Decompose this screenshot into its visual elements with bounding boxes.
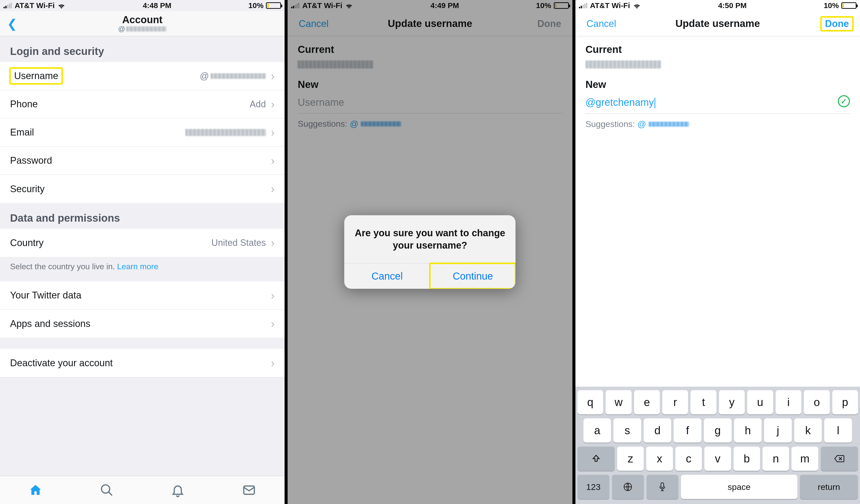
section-header-data: Data and permissions bbox=[0, 203, 285, 229]
row-security[interactable]: Security › bbox=[0, 175, 285, 203]
key-row-1: qwertyuiop bbox=[577, 390, 858, 414]
key-c[interactable]: c bbox=[675, 447, 702, 471]
space-key[interactable]: space bbox=[681, 475, 797, 499]
row-email-value bbox=[185, 129, 266, 136]
cancel-button[interactable]: Cancel bbox=[583, 17, 620, 31]
chevron-right-icon: › bbox=[271, 357, 275, 369]
svg-rect-15 bbox=[583, 5, 584, 8]
row-password[interactable]: Password › bbox=[0, 147, 285, 175]
page-subtitle: @ bbox=[118, 25, 167, 33]
svg-rect-13 bbox=[579, 7, 580, 8]
key-y[interactable]: y bbox=[719, 390, 745, 414]
backspace-key[interactable] bbox=[821, 447, 858, 471]
chevron-right-icon: › bbox=[271, 289, 275, 302]
carrier-label: AT&T Wi-Fi bbox=[590, 1, 630, 10]
row-twitter-data[interactable]: Your Twitter data › bbox=[0, 281, 285, 309]
key-i[interactable]: i bbox=[776, 390, 801, 414]
row-country[interactable]: Country United States › bbox=[0, 229, 285, 257]
globe-key[interactable] bbox=[612, 475, 644, 499]
login-list: Username @ › Phone Add › Email › Passwor… bbox=[0, 62, 285, 203]
svg-rect-3 bbox=[9, 4, 10, 8]
clock: 4:50 PM bbox=[718, 1, 747, 10]
data-list-3: Deactivate your account › bbox=[0, 349, 285, 377]
chevron-right-icon: › bbox=[271, 154, 275, 167]
key-p[interactable]: p bbox=[832, 390, 858, 414]
tabbar bbox=[0, 476, 285, 504]
back-icon[interactable]: ❮ bbox=[7, 17, 17, 31]
return-key[interactable]: return bbox=[800, 475, 858, 499]
key-u[interactable]: u bbox=[747, 390, 773, 414]
chevron-right-icon: › bbox=[271, 317, 275, 330]
key-n[interactable]: n bbox=[762, 447, 789, 471]
key-b[interactable]: b bbox=[734, 447, 760, 471]
shift-key[interactable] bbox=[577, 447, 615, 471]
svg-rect-1 bbox=[5, 6, 6, 8]
row-phone[interactable]: Phone Add › bbox=[0, 90, 285, 118]
tab-home-icon[interactable] bbox=[28, 483, 43, 497]
key-g[interactable]: g bbox=[704, 418, 732, 443]
checkmark-icon: ✓ bbox=[838, 95, 850, 107]
key-row-4: 123 space return bbox=[577, 475, 858, 499]
battery-icon bbox=[266, 2, 281, 9]
tab-notifications-icon[interactable] bbox=[171, 483, 185, 497]
key-a[interactable]: a bbox=[584, 418, 611, 443]
signal-icon bbox=[579, 3, 588, 8]
page-title: Account bbox=[118, 14, 167, 26]
svg-rect-0 bbox=[3, 7, 5, 8]
row-apps-sessions[interactable]: Apps and sessions › bbox=[0, 309, 285, 338]
key-r[interactable]: r bbox=[662, 390, 688, 414]
tab-search-icon[interactable] bbox=[100, 483, 114, 497]
key-e[interactable]: e bbox=[634, 390, 660, 414]
tab-messages-icon[interactable] bbox=[242, 483, 256, 497]
username-input[interactable]: @gretchenamy bbox=[586, 94, 850, 114]
text-cursor bbox=[655, 98, 655, 108]
row-username[interactable]: Username @ › bbox=[0, 62, 285, 90]
confirm-alert: Are you sure you want to change your use… bbox=[344, 215, 516, 289]
row-email[interactable]: Email › bbox=[0, 118, 285, 147]
statusbar: AT&T Wi-Fi 4:50 PM 10% bbox=[575, 0, 860, 11]
navbar: ❮ Account @ bbox=[0, 11, 285, 36]
data-list: Country United States › bbox=[0, 229, 285, 257]
key-z[interactable]: z bbox=[617, 447, 644, 471]
statusbar: AT&T Wi-Fi 4:48 PM 10% bbox=[0, 0, 285, 11]
svg-line-6 bbox=[109, 492, 112, 495]
alert-continue-button[interactable]: Continue bbox=[430, 263, 516, 289]
svg-rect-2 bbox=[7, 5, 8, 8]
new-label: New bbox=[575, 71, 860, 94]
current-value bbox=[575, 59, 860, 71]
key-x[interactable]: x bbox=[646, 447, 673, 471]
wifi-icon bbox=[57, 2, 66, 9]
mic-key[interactable] bbox=[646, 475, 678, 499]
chevron-right-icon: › bbox=[271, 236, 275, 249]
key-w[interactable]: w bbox=[606, 390, 631, 414]
learn-more-link[interactable]: Learn more bbox=[117, 262, 158, 271]
key-l[interactable]: l bbox=[824, 418, 852, 443]
key-k[interactable]: k bbox=[794, 418, 822, 443]
key-t[interactable]: t bbox=[690, 390, 716, 414]
form: Current New @gretchenamy ✓ Suggestions: … bbox=[575, 36, 860, 504]
key-m[interactable]: m bbox=[791, 447, 818, 471]
row-deactivate[interactable]: Deactivate your account › bbox=[0, 349, 285, 377]
numbers-key[interactable]: 123 bbox=[577, 475, 610, 499]
row-username-value: @ bbox=[200, 71, 266, 81]
key-s[interactable]: s bbox=[614, 418, 641, 443]
key-d[interactable]: d bbox=[644, 418, 671, 443]
carrier-label: AT&T Wi-Fi bbox=[15, 1, 55, 10]
key-v[interactable]: v bbox=[704, 447, 731, 471]
signal-icon bbox=[3, 3, 12, 8]
key-q[interactable]: q bbox=[577, 390, 603, 414]
done-button[interactable]: Done bbox=[821, 17, 853, 31]
key-h[interactable]: h bbox=[734, 418, 762, 443]
key-o[interactable]: o bbox=[804, 390, 830, 414]
svg-point-5 bbox=[101, 485, 110, 493]
key-j[interactable]: j bbox=[764, 418, 792, 443]
key-row-2: asdfghjkl bbox=[577, 418, 858, 443]
key-f[interactable]: f bbox=[674, 418, 701, 443]
update-username-typing-screen: AT&T Wi-Fi 4:50 PM 10% Cancel Update use… bbox=[572, 0, 860, 504]
suggestions: Suggestions: @ bbox=[575, 114, 860, 134]
alert-cancel-button[interactable]: Cancel bbox=[344, 263, 430, 289]
svg-rect-17 bbox=[586, 3, 587, 8]
account-settings-screen: AT&T Wi-Fi 4:48 PM 10% ❮ Account @ Login… bbox=[0, 0, 285, 504]
wifi-icon bbox=[633, 2, 641, 9]
data-list-2: Your Twitter data › Apps and sessions › bbox=[0, 281, 285, 338]
